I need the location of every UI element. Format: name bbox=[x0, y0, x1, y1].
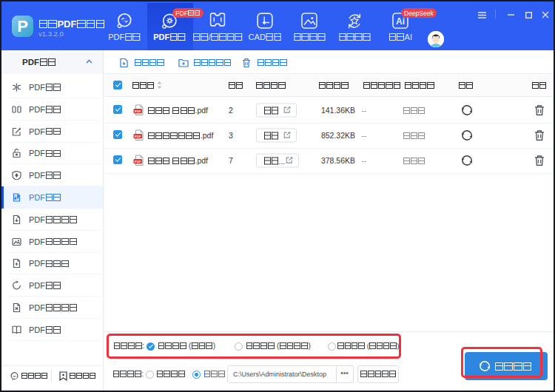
svg-text:Ai: Ai bbox=[396, 16, 405, 27]
svg-text:PDF: PDF bbox=[135, 135, 141, 138]
svg-text:PDF: PDF bbox=[135, 160, 141, 163]
svg-text:PDF: PDF bbox=[135, 109, 141, 113]
